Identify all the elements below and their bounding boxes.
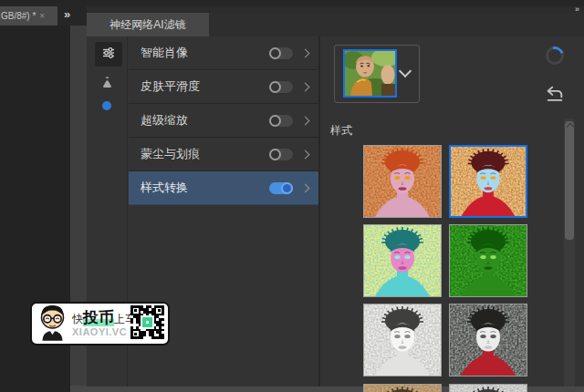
sliders-icon (101, 46, 116, 64)
style-cyan-pink-pop[interactable] (363, 224, 442, 297)
chevron-right-icon (301, 82, 310, 91)
filter-label: 超级缩放 (141, 112, 188, 129)
status-dot-icon (102, 101, 111, 110)
photoshop-window: GB/8#) * × » » 神经网络AI滤镜 (0, 0, 584, 392)
toggle-knob (269, 115, 281, 127)
watermark-banner: 快投币上车 XIAOYI.VC (30, 302, 170, 346)
flask-icon (100, 76, 114, 93)
filter-row[interactable]: 超级缩放 (129, 104, 318, 138)
chevron-up-icon (567, 123, 574, 130)
filter-row[interactable]: 蒙尘与划痕 (129, 138, 318, 171)
style-pencil-sketch[interactable] (363, 304, 442, 377)
chevron-right-icon (301, 183, 310, 192)
filter-row[interactable]: 样式转换 (129, 171, 318, 205)
filter-list: 智能肖像 皮肤平滑度 超级缩放 蒙尘与划痕 (129, 36, 318, 205)
panel-tab-neural-filters[interactable]: 神经网络AI滤镜 (87, 13, 209, 36)
beta-filters-button[interactable] (98, 75, 116, 93)
panel-header: » (87, 6, 584, 13)
reset-button[interactable] (545, 84, 565, 104)
toggle-knob (281, 182, 293, 194)
tabs-overflow-icon[interactable]: » (64, 7, 69, 21)
chevron-right-icon (301, 48, 310, 57)
scrollbar-track[interactable] (564, 119, 575, 387)
document-tab[interactable]: GB/8#) * × (0, 6, 57, 26)
panel-tab-bar: 神经网络AI滤镜 (87, 13, 584, 36)
document-tab-title: GB/8#) * (1, 11, 36, 21)
filter-label: 皮肤平滑度 (141, 78, 200, 95)
qr-code (130, 305, 164, 343)
all-filters-button[interactable] (95, 42, 122, 67)
style-gray-ink[interactable] (449, 384, 527, 392)
toggle-knob (269, 149, 281, 160)
filter-toggle[interactable] (269, 81, 293, 93)
filter-toggle[interactable] (269, 47, 293, 59)
filter-label: 蒙尘与划痕 (141, 146, 200, 162)
source-image-selector[interactable] (334, 45, 420, 103)
style-green-mono[interactable] (449, 224, 527, 297)
source-image-thumbnail[interactable] (343, 49, 397, 98)
filter-label: 样式转换 (141, 180, 188, 196)
scrollbar-thumb[interactable] (565, 121, 574, 240)
style-charcoal-red-neck[interactable] (449, 304, 527, 377)
filter-row[interactable]: 智能肖像 (129, 36, 318, 70)
chevron-right-icon (301, 150, 310, 159)
style-sepia[interactable] (363, 384, 442, 392)
chevron-down-icon (399, 65, 412, 77)
toggle-knob (269, 47, 281, 59)
filter-row[interactable]: 皮肤平滑度 (129, 70, 318, 104)
reset-arrow-icon (545, 91, 565, 107)
filter-toggle[interactable] (269, 149, 293, 160)
style-tan-blueface-red[interactable] (449, 145, 527, 218)
toggle-knob (269, 81, 281, 93)
filter-toggle[interactable] (269, 182, 293, 194)
close-icon[interactable]: × (39, 11, 45, 21)
style-section-label: 样式 (330, 123, 352, 139)
chevron-right-icon (301, 116, 310, 125)
filter-toggle[interactable] (269, 115, 293, 127)
filter-label: 智能肖像 (141, 45, 188, 61)
watermark-title: 快投币上车 (72, 310, 128, 327)
watermark-url: XIAOYI.VC (72, 326, 128, 337)
preview-pane: 样式 (320, 36, 584, 387)
loading-spinner-icon (542, 43, 567, 67)
style-mosaic-orange-pink[interactable] (363, 145, 442, 218)
avatar (36, 303, 69, 345)
panel-collapse-icon[interactable]: » (575, 6, 579, 13)
